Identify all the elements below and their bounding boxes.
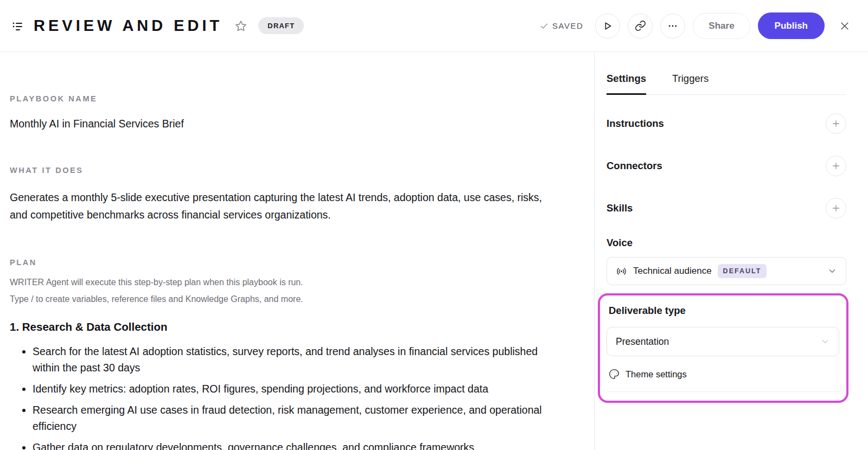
share-button[interactable]: Share [693,13,750,39]
what-it-does-label: WHAT IT DOES [10,166,548,175]
plus-icon [831,119,841,128]
section-connectors: Connectors [607,145,846,187]
ellipsis-icon [667,21,678,31]
run-playbook-button[interactable] [595,14,620,38]
deliverable-type-label: Deliverable type [607,305,839,317]
divider [607,391,839,392]
link-icon [635,20,646,31]
favorite-star-icon[interactable] [234,19,248,33]
publish-button[interactable]: Publish [758,12,825,39]
plan-bullet[interactable]: Search for the latest AI adoption statis… [33,343,548,376]
plus-icon [831,203,841,213]
playbook-outline-icon [11,20,24,33]
playbook-name-label: PLAYBOOK NAME [10,94,548,103]
instructions-label: Instructions [607,118,664,130]
page-title: REVIEW AND EDIT [34,17,222,35]
deliverable-type-highlight: Deliverable type Presentation [598,293,848,403]
deliverable-type-dropdown[interactable]: Presentation [607,327,839,356]
add-skills-button[interactable] [826,198,846,218]
skills-label: Skills [607,202,633,214]
chevron-down-icon [820,337,830,346]
plan-hint-1: WRITER Agent will execute this step-by-s… [10,276,548,289]
connectors-label: Connectors [607,160,662,172]
check-icon [540,22,548,30]
settings-sidebar: Settings Triggers Instructions Connector… [595,52,868,450]
default-badge: DEFAULT [718,264,767,278]
plan-label: PLAN [10,258,548,267]
plan-bullet[interactable]: Identify key metrics: adoption rates, RO… [33,381,548,397]
what-it-does-text[interactable]: Generates a monthly 5-slide executive pr… [10,189,548,223]
plan-bullet[interactable]: Gather data on regulatory developments, … [33,439,548,450]
sidebar-tabs: Settings Triggers [607,52,846,95]
plan-bullet-list: Search for the latest AI adoption statis… [10,343,548,450]
play-icon [602,20,614,32]
voice-label: Voice [607,237,846,249]
voice-broadcast-icon [616,266,627,277]
deliverable-type-value: Presentation [616,336,669,348]
plan-bullet[interactable]: Research emerging AI use cases in fraud … [33,402,548,434]
playbook-editor: PLAYBOOK NAME Monthly AI in Financial Se… [0,52,595,450]
voice-value: Technical audience [633,266,712,277]
tab-triggers[interactable]: Triggers [672,73,709,94]
plus-icon [831,161,841,171]
top-bar: REVIEW AND EDIT DRAFT SAVED Share [0,0,868,52]
close-icon[interactable] [835,17,854,35]
theme-settings-button[interactable]: Theme settings [607,369,839,380]
chevron-down-icon [827,266,837,276]
plan-hint-2: Type / to create variables, reference fi… [10,293,548,306]
add-instructions-button[interactable] [826,113,846,134]
status-badge: DRAFT [258,17,304,34]
add-connectors-button[interactable] [826,156,846,176]
more-options-button[interactable] [660,14,685,38]
saved-status: SAVED [540,21,583,30]
theme-settings-label: Theme settings [626,369,687,380]
copy-link-button[interactable] [628,14,653,38]
voice-dropdown[interactable]: Technical audience DEFAULT [607,257,846,285]
palette-icon [609,369,620,380]
playbook-name-value[interactable]: Monthly AI in Financial Services Brief [10,118,548,130]
plan-section-title[interactable]: 1. Research & Data Collection [10,320,548,333]
section-skills: Skills [607,187,846,229]
section-instructions: Instructions [607,102,846,145]
tab-settings[interactable]: Settings [607,73,646,94]
